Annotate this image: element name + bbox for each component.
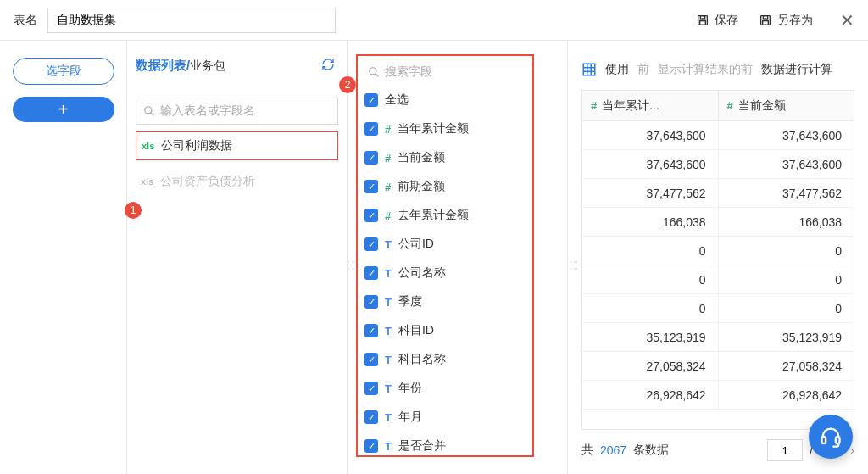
table-name-input[interactable] (47, 8, 336, 33)
svg-rect-4 (763, 15, 767, 18)
source-table-active[interactable]: xls 公司利润数据 (136, 131, 338, 160)
field-item[interactable]: ✓T是否合并 (364, 436, 526, 456)
svg-rect-10 (583, 64, 595, 75)
field-label: 公司名称 (398, 265, 446, 281)
field-item[interactable]: ✓T科目名称 (364, 349, 526, 370)
hint-b: 显示计算结果的前 (658, 62, 753, 77)
text-type-icon: T (385, 267, 392, 280)
field-item[interactable]: ✓T年月 (364, 407, 526, 427)
help-button[interactable] (809, 415, 853, 459)
annotation-badge-2: 2 (339, 76, 356, 93)
cell: 37,643,600 (582, 121, 719, 149)
grid-icon-svg (581, 62, 597, 77)
field-search-input[interactable]: 搜索字段 (364, 59, 526, 85)
refresh-button[interactable] (321, 58, 335, 71)
checkbox-checked-icon: ✓ (364, 353, 378, 366)
field-label: 是否合并 (398, 438, 446, 454)
svg-point-6 (145, 107, 152, 114)
select-fields-step[interactable]: 选字段 (13, 58, 114, 85)
cell: 37,477,562 (582, 179, 719, 207)
field-item[interactable]: ✓T年份 (364, 378, 526, 399)
save-button[interactable]: 保存 (696, 13, 738, 28)
table-body: 37,643,60037,643,600 37,643,60037,643,60… (582, 121, 854, 429)
number-type-icon: # (385, 123, 391, 136)
field-label: 年月 (398, 410, 422, 425)
table-row: 35,123,91935,123,919 (582, 323, 854, 352)
close-button[interactable]: ✕ (840, 10, 854, 31)
svg-point-8 (370, 68, 376, 75)
field-select-all[interactable]: ✓ 全选 (364, 90, 526, 110)
xls-icon: xls (142, 141, 154, 151)
pager-next[interactable]: › (850, 443, 854, 457)
field-item[interactable]: ✓T公司ID (364, 234, 526, 254)
field-list: ✓ 全选 ✓#当年累计金额 ✓#当前金额 ✓#前期金额 ✓#去年累计金额 ✓T公… (364, 90, 526, 456)
data-list-title: 数据列表/业务包 (136, 58, 338, 74)
field-item[interactable]: ✓#当年累计金额 (364, 119, 526, 139)
cell: 0 (719, 237, 854, 265)
field-label: 年份 (398, 381, 422, 396)
field-item[interactable]: ✓T公司名称 (364, 263, 526, 283)
save-as-button[interactable]: 另存为 (759, 13, 813, 28)
checkbox-checked-icon: ✓ (364, 151, 378, 165)
table-row: 00 (582, 294, 854, 323)
field-item[interactable]: ✓#前期金额 (364, 176, 526, 197)
title-data-list[interactable]: 数据列表 (136, 58, 186, 72)
svg-rect-16 (836, 437, 840, 443)
cell: 0 (582, 237, 719, 265)
cell: 35,123,919 (719, 323, 854, 351)
field-label: 公司ID (398, 237, 434, 252)
use-label: 使用 (605, 62, 629, 77)
headset-icon (819, 425, 843, 449)
drag-handle-icon[interactable]: ⋮⋮ (348, 258, 353, 283)
checkbox-checked-icon: ✓ (364, 295, 378, 309)
svg-rect-15 (822, 437, 826, 443)
column-header[interactable]: #当前金额 (719, 91, 854, 120)
cell: 37,477,562 (719, 179, 854, 207)
title-package[interactable]: 业务包 (190, 59, 225, 72)
pager-page-input[interactable] (767, 439, 803, 461)
text-type-icon: T (385, 440, 392, 453)
column-header[interactable]: #当年累计... (582, 91, 719, 120)
checkbox-checked-icon: ✓ (364, 266, 378, 280)
add-step-button[interactable]: + (13, 97, 114, 122)
annotation-badge-1: 1 (125, 202, 142, 219)
cell: 27,058,324 (719, 352, 854, 380)
field-search-placeholder: 搜索字段 (385, 64, 432, 80)
number-type-icon: # (591, 99, 597, 112)
field-item[interactable]: ✓T季度 (364, 292, 526, 312)
field-item[interactable]: ✓#当前金额 (364, 148, 526, 168)
drag-handle-icon[interactable]: ⋮⋮ (570, 258, 575, 283)
field-label: 季度 (398, 294, 422, 309)
hint-a: 前 (637, 62, 649, 77)
table-header: #当年累计... #当前金额 (582, 91, 854, 121)
field-label: 前期金额 (398, 179, 445, 194)
grid-icon[interactable] (581, 62, 597, 77)
text-type-icon: T (385, 354, 392, 366)
number-type-icon: # (385, 181, 391, 193)
svg-rect-1 (700, 15, 704, 18)
field-item[interactable]: ✓T科目ID (364, 321, 526, 341)
preview-top-bar: 使用 前 显示计算结果的前 数据进行计算 (581, 58, 854, 81)
text-type-icon: T (385, 411, 392, 424)
checkbox-checked-icon: ✓ (364, 122, 378, 136)
table-row: 166,038166,038 (582, 208, 854, 237)
checkbox-checked-icon: ✓ (364, 324, 378, 337)
search-icon (368, 66, 380, 78)
table-row: 00 (582, 237, 854, 265)
cell: 26,928,642 (582, 381, 719, 409)
select-fields-label: 选字段 (46, 64, 81, 79)
text-type-icon: T (385, 325, 392, 337)
source-search-placeholder: 输入表名或字段名 (160, 103, 255, 119)
pager-suffix: 条数据 (633, 443, 669, 458)
table-name-label: 表名 (14, 13, 37, 28)
source-search-input[interactable]: 输入表名或字段名 (136, 98, 338, 125)
table-row: 37,643,60037,643,600 (582, 150, 854, 179)
svg-rect-2 (700, 20, 706, 25)
pager-count: 2067 (600, 443, 626, 457)
xls-icon: xls (141, 176, 153, 187)
checkbox-checked-icon: ✓ (364, 209, 378, 222)
source-table[interactable]: xls 公司资产负债分析 (136, 167, 338, 196)
hint-c: 数据进行计算 (761, 62, 832, 77)
field-item[interactable]: ✓#去年累计金额 (364, 205, 526, 226)
table-row: 00 (582, 265, 854, 294)
